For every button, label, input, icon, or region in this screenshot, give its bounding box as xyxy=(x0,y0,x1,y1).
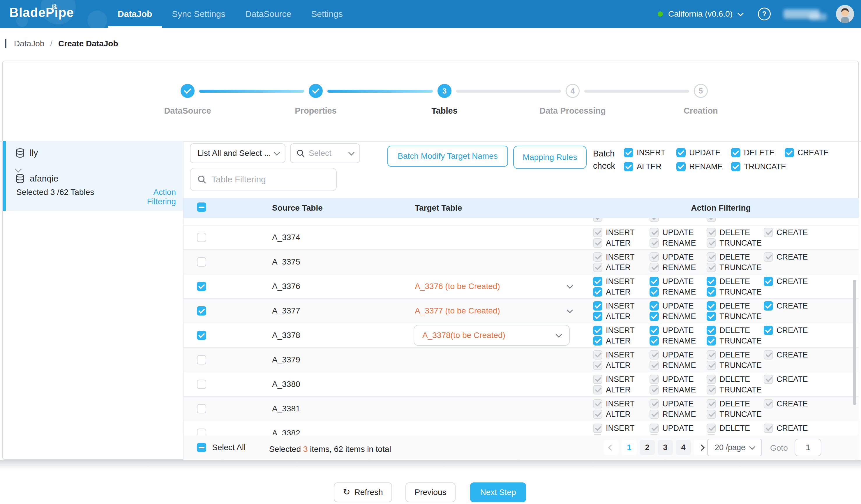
action-checkbox-rename xyxy=(650,238,659,248)
pagination-next-button[interactable] xyxy=(694,440,709,455)
action-checkbox-alter[interactable] xyxy=(593,312,602,321)
action-checkbox-create[interactable] xyxy=(764,326,773,335)
select-all-header-checkbox[interactable] xyxy=(197,203,206,212)
step-circle-4: 4 xyxy=(566,84,579,98)
pagination-page-2[interactable]: 2 xyxy=(640,440,655,455)
action-checkbox-label: CREATE xyxy=(777,424,808,433)
action-checkbox-insert[interactable] xyxy=(593,326,602,335)
row-action-delete: DELETE xyxy=(707,399,750,408)
avatar[interactable] xyxy=(836,5,854,23)
target-table-select[interactable]: A_3377 (to be Created) xyxy=(415,306,572,315)
row-select-checkbox[interactable] xyxy=(197,331,206,340)
table-scrollbar[interactable] xyxy=(853,280,856,405)
table-row: A_3379INSERTUPDATEDELETECREATEALTERRENAM… xyxy=(183,348,859,372)
action-checkbox-label: UPDATE xyxy=(662,301,694,311)
action-checkbox-create[interactable] xyxy=(764,277,773,286)
action-checkbox-truncate[interactable] xyxy=(707,312,716,321)
row-action-truncate: TRUNCATE xyxy=(707,361,762,370)
next-step-button[interactable]: Next Step xyxy=(470,482,526,502)
action-checkbox-rename[interactable] xyxy=(650,312,659,321)
table-filter-input[interactable]: Table Filtering xyxy=(190,168,337,191)
action-checkbox-delete xyxy=(707,399,716,408)
breadcrumb-datajob[interactable]: DataJob xyxy=(14,39,44,49)
action-checkbox-alter[interactable] xyxy=(593,336,602,345)
step-connector xyxy=(327,90,433,93)
action-checkbox-truncate xyxy=(707,385,716,394)
action-checkbox-insert xyxy=(593,424,602,433)
row-select-checkbox[interactable] xyxy=(197,257,206,267)
action-checkbox-label: DELETE xyxy=(720,399,750,408)
action-checkbox-truncate[interactable] xyxy=(707,287,716,297)
nav-item-sync-settings[interactable]: Sync Settings xyxy=(162,0,235,28)
action-checkbox-label: INSERT xyxy=(606,424,635,433)
action-checkbox-create xyxy=(764,399,773,408)
action-checkbox-insert[interactable] xyxy=(593,301,602,311)
source-table-cell: A_3377 xyxy=(221,299,401,323)
batch-checkbox-delete[interactable] xyxy=(731,148,740,157)
previous-button[interactable]: Previous xyxy=(406,482,455,502)
batch-checkbox-create[interactable] xyxy=(785,148,794,157)
list-mode-select[interactable]: List All and Select ... xyxy=(190,143,285,163)
environment-selector[interactable]: California (v0.6.0) xyxy=(668,9,733,19)
row-action-delete: DELETE xyxy=(707,326,750,335)
breadcrumb-accent-bar xyxy=(5,39,6,49)
row-select-checkbox[interactable] xyxy=(197,404,206,413)
action-checkbox-rename[interactable] xyxy=(650,336,659,345)
row-action-update: UPDATE xyxy=(650,326,694,335)
select-all-footer-checkbox[interactable] xyxy=(197,443,206,452)
action-filtering-link[interactable]: Action Filtering xyxy=(127,188,176,206)
batch-checkbox-truncate[interactable] xyxy=(731,162,740,171)
help-icon[interactable]: ? xyxy=(758,8,771,21)
source-database-name: lly xyxy=(30,148,38,158)
action-checkbox-label: INSERT xyxy=(606,326,635,335)
chevron-down-icon[interactable] xyxy=(738,10,743,16)
row-select-checkbox[interactable] xyxy=(197,282,206,291)
selected-count: 3 xyxy=(303,445,308,454)
action-checkbox-alter[interactable] xyxy=(593,287,602,297)
action-checkbox-update[interactable] xyxy=(650,326,659,335)
table-select-dropdown[interactable]: Select xyxy=(290,143,360,163)
row-select-checkbox[interactable] xyxy=(197,306,206,315)
source-table-cell: A_3380 xyxy=(221,372,401,396)
action-checkbox-delete[interactable] xyxy=(707,326,716,335)
row-select-checkbox[interactable] xyxy=(197,380,206,389)
target-table-select[interactable]: A_3378(to be Created) xyxy=(414,325,570,346)
nav-item-settings[interactable]: Settings xyxy=(301,0,353,28)
action-checkbox-insert[interactable] xyxy=(593,277,602,286)
source-table-name: A_3374 xyxy=(272,233,300,242)
mapping-rules-button[interactable]: Mapping Rules xyxy=(513,146,587,169)
action-checkbox-label: UPDATE xyxy=(662,228,694,237)
nav-item-datasource[interactable]: DataSource xyxy=(235,0,301,28)
action-checkbox-label: INSERT xyxy=(606,253,635,262)
action-checkbox-update[interactable] xyxy=(650,277,659,286)
row-action-delete: DELETE xyxy=(707,350,750,359)
action-checkbox-update[interactable] xyxy=(650,301,659,311)
action-checkbox-truncate[interactable] xyxy=(707,336,716,345)
batch-modify-target-names-button[interactable]: Batch Modify Target Names xyxy=(387,146,508,167)
target-table-select[interactable]: A_3376 (to be Created) xyxy=(415,282,572,291)
pagination-page-1[interactable]: 1 xyxy=(621,440,637,455)
search-icon xyxy=(297,149,305,157)
batch-checkbox-alter[interactable] xyxy=(624,162,633,171)
row-select-checkbox[interactable] xyxy=(197,233,206,242)
batch-checkbox-rename[interactable] xyxy=(676,162,686,171)
row-select-checkbox[interactable] xyxy=(197,428,206,435)
action-checkbox-create[interactable] xyxy=(764,301,773,311)
refresh-button[interactable]: ↻ Refresh xyxy=(334,482,392,502)
row-action-insert: INSERT xyxy=(593,301,635,311)
nav-item-datajob[interactable]: DataJob xyxy=(108,0,162,28)
page-size-select[interactable]: 20 /page xyxy=(707,439,762,456)
batch-checkbox-insert[interactable] xyxy=(624,148,633,157)
select-placeholder: Select xyxy=(309,149,331,158)
step-check-icon xyxy=(184,86,191,94)
action-checkbox-rename[interactable] xyxy=(650,287,659,297)
source-table-name: A_3377 xyxy=(272,306,300,315)
pagination-page-3[interactable]: 3 xyxy=(658,440,673,455)
breadcrumb-separator: / xyxy=(50,39,52,49)
row-select-checkbox[interactable] xyxy=(197,355,206,365)
goto-page-input[interactable]: 1 xyxy=(795,439,821,456)
action-checkbox-delete[interactable] xyxy=(707,301,716,311)
pagination-page-4[interactable]: 4 xyxy=(676,440,691,455)
action-checkbox-delete[interactable] xyxy=(707,277,716,286)
batch-checkbox-update[interactable] xyxy=(676,148,686,157)
